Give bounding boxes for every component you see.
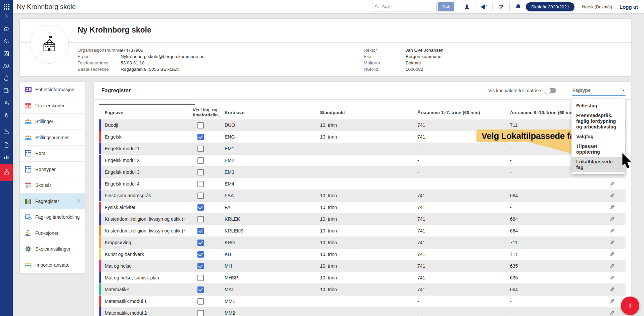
- cell-fagnavn: Engelsk modul 3: [101, 169, 185, 175]
- cell-fagnavn: Fysisk aktivitet: [101, 205, 185, 210]
- visibility-checkbox[interactable]: [197, 204, 204, 211]
- column-header-fagnavn: Fagnavn: [101, 110, 185, 115]
- sidebar-item-fravaerskoder[interactable]: Fraværskoder: [20, 98, 85, 114]
- groups-icon[interactable]: [3, 63, 10, 69]
- visibility-checkbox[interactable]: [197, 240, 204, 246]
- option-valgfag[interactable]: Valgfag: [571, 132, 625, 142]
- subject-color-stripe: [99, 202, 101, 213]
- edit-pencil-icon[interactable]: ✎: [610, 263, 614, 269]
- edit-pencil-icon[interactable]: ✎: [610, 216, 614, 222]
- visibility-checkbox[interactable]: [197, 251, 204, 258]
- expand-chevron-icon[interactable]: [3, 13, 10, 19]
- school-year-badge[interactable]: Skoleår 2020/2021: [526, 2, 574, 11]
- edit-pencil-icon[interactable]: ✎: [610, 192, 614, 199]
- edit-pencil-icon[interactable]: ✎: [610, 274, 614, 281]
- sidebar-item-skoleinnstillinger[interactable]: Skoleinnstillinger: [20, 241, 85, 257]
- cell-standpunkt: 10. trinn: [316, 193, 414, 198]
- search-box[interactable]: [372, 2, 436, 11]
- logout-link[interactable]: Logg ut: [619, 4, 638, 10]
- visibility-checkbox[interactable]: [197, 216, 204, 222]
- sidebar-item-stillingsnummer[interactable]: Stillingsnummer: [20, 130, 85, 146]
- search-button[interactable]: Søk: [438, 2, 454, 11]
- edit-pencil-icon[interactable]: ✎: [610, 204, 614, 211]
- option-tilpasset-opplaering[interactable]: Tilpasset opplæring: [571, 142, 625, 157]
- apps-grid-icon[interactable]: [0, 0, 13, 13]
- add-subject-fab[interactable]: +: [621, 297, 639, 315]
- cell-arsramme-1-7: 741: [414, 240, 506, 245]
- matrix-toggle[interactable]: [545, 88, 556, 93]
- subject-color-stripe: [99, 249, 101, 260]
- visibility-checkbox[interactable]: [197, 263, 204, 269]
- eier: Bergen kommune: [406, 54, 442, 59]
- subject-hours-icon: [25, 213, 32, 221]
- callout-text: Velg Lokaltilpassede fag: [481, 131, 580, 141]
- cell-standpunkt: 10. trinn: [316, 240, 414, 245]
- sidebar-item-enhetsinformasjon[interactable]: Enhetsinformasjon: [20, 82, 85, 98]
- sidebar-item-importer-ansatte[interactable]: Importer ansatte: [20, 257, 85, 273]
- instruction-callout: Velg Lokaltilpassede fag: [476, 129, 585, 142]
- sidebar-item-stillinger[interactable]: Stillinger: [20, 114, 85, 130]
- help-icon[interactable]: ?: [497, 2, 505, 11]
- cell-kortnavn: EM4: [216, 181, 316, 187]
- visibility-checkbox[interactable]: [197, 134, 204, 140]
- students-icon[interactable]: [3, 38, 10, 45]
- edit-pencil-icon[interactable]: ✎: [610, 310, 614, 316]
- language-selector[interactable]: Norsk (Bokmål): [582, 4, 612, 9]
- id-card-icon[interactable]: [3, 50, 10, 57]
- import-staff-icon: [25, 261, 32, 269]
- payroll-calendar-icon[interactable]: [3, 87, 10, 94]
- matrix-toggle-label: Vis kun valgte for matrise: [488, 88, 541, 93]
- sidebar-item-funksjoner[interactable]: Funksjoner: [20, 225, 85, 242]
- visibility-checkbox[interactable]: [197, 275, 204, 281]
- megaphone-icon[interactable]: [479, 2, 488, 11]
- edit-pencil-icon[interactable]: ✎: [610, 180, 614, 187]
- sidebar-item-skolear[interactable]: Skoleår: [20, 177, 85, 194]
- visibility-checkbox[interactable]: [197, 310, 204, 316]
- cell-arsramme-8-10: 664: [506, 228, 599, 233]
- front-desk-icon[interactable]: [3, 128, 10, 135]
- hand-care-icon[interactable]: [3, 75, 10, 82]
- school-info-left: Organisasjonsnummer974737906 E-postNykro…: [78, 48, 204, 73]
- cell-kortnavn: MHSP: [216, 275, 316, 280]
- sidebar-item-fagregister[interactable]: Fagregister: [20, 194, 85, 210]
- subject-color-stripe: [99, 237, 101, 248]
- cell-arsramme-1-7: 741: [414, 216, 506, 222]
- visibility-checkbox[interactable]: [197, 181, 204, 187]
- statistics-icon[interactable]: [3, 154, 10, 160]
- edit-pencil-icon[interactable]: ✎: [610, 298, 614, 305]
- home-icon[interactable]: [3, 25, 10, 32]
- sidebar-item-romtyper[interactable]: Romtyper: [20, 162, 85, 178]
- visibility-checkbox[interactable]: [197, 169, 204, 175]
- school-admin-active-item[interactable]: [0, 164, 13, 181]
- bell-icon[interactable]: [514, 2, 522, 11]
- cell-arsramme-1-7: 741: [414, 263, 506, 269]
- gesture-icon[interactable]: [3, 112, 10, 118]
- school-icon: [3, 169, 10, 177]
- cell-kortnavn: KH: [216, 252, 316, 257]
- cell-fagnavn: Engelsk modul 1: [101, 146, 185, 151]
- person-sync-icon[interactable]: [3, 100, 10, 106]
- edit-pencil-icon[interactable]: ✎: [610, 251, 614, 258]
- visibility-checkbox[interactable]: [197, 157, 204, 164]
- visibility-checkbox[interactable]: [197, 122, 204, 128]
- visibility-checkbox[interactable]: [197, 298, 204, 305]
- search-input[interactable]: [381, 4, 426, 10]
- sidebar-item-rom[interactable]: Rom: [20, 146, 85, 162]
- edit-pencil-icon[interactable]: ✎: [610, 239, 614, 246]
- visibility-checkbox[interactable]: [197, 286, 204, 293]
- sidebar-item-label: Fag- og timefordeling: [35, 214, 80, 220]
- option-fremmedsprak[interactable]: Fremmedspråk, faglig fordypning og arbei…: [571, 111, 625, 132]
- edit-pencil-icon[interactable]: ✎: [610, 227, 614, 234]
- documents-icon[interactable]: [3, 142, 10, 148]
- visibility-checkbox[interactable]: [197, 146, 204, 152]
- edit-pencil-icon[interactable]: ✎: [610, 286, 614, 293]
- sidebar-item-fag-og-timefordeling[interactable]: Fag- og timefordeling: [20, 209, 85, 225]
- fagtype-select[interactable]: Fagtype ▲: [572, 86, 626, 96]
- cell-arsramme-1-7: 741: [414, 228, 506, 233]
- visibility-checkbox[interactable]: [197, 193, 204, 199]
- visibility-checkbox[interactable]: [197, 228, 204, 234]
- option-fellesfag[interactable]: Fellesfag: [571, 101, 625, 111]
- option-lokaltilpassede-fag[interactable]: Lokaltilpassede fag: [571, 157, 625, 172]
- user-icon[interactable]: [462, 2, 471, 11]
- table-header-row: Fagnavn Vis i fag- og timefordelin... Ko…: [99, 105, 626, 119]
